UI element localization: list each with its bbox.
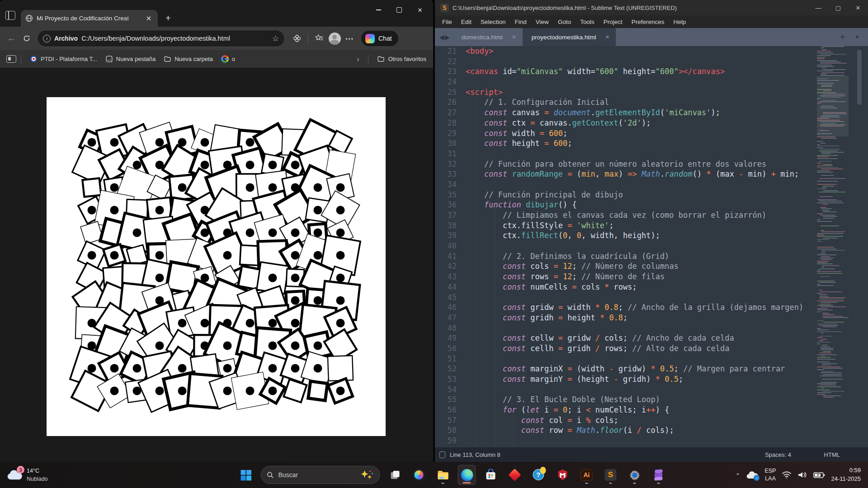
tab-actions-icon[interactable] (5, 11, 15, 20)
battery-icon[interactable] (813, 471, 825, 479)
page-viewport (0, 68, 433, 462)
menu-find[interactable]: Find (510, 17, 531, 27)
tab-list-dropdown-icon[interactable]: ▼ (851, 34, 863, 40)
task-view-button[interactable] (386, 465, 404, 485)
purple-app-button[interactable] (650, 465, 668, 485)
sublime-taskbar-button[interactable]: S (602, 465, 620, 485)
copilot-chat-button[interactable]: Chat (361, 31, 398, 46)
code-line: 32 // Función para obtener un número ale… (435, 159, 837, 169)
profile-avatar[interactable] (327, 31, 342, 46)
vintage-mode-icon[interactable] (439, 451, 445, 458)
bookmark-item-ptdi[interactable]: PTDI - Plataforma T... (26, 53, 101, 65)
menu-preferences[interactable]: Preferences (627, 17, 669, 27)
sublime-minimize-button[interactable]: — (808, 0, 828, 15)
maximize-button[interactable] (389, 1, 410, 19)
menu-project[interactable]: Project (599, 17, 627, 27)
sublime-close-button[interactable]: ✕ (848, 0, 868, 15)
sublime-window-controls: — ▢ ✕ (808, 0, 868, 15)
minimap-viewport (817, 76, 849, 136)
sidebar-panel-icon[interactable] (6, 55, 16, 63)
tab-close-icon[interactable]: ✕ (144, 14, 153, 23)
syntax-mode[interactable]: HTML (824, 451, 840, 458)
bookmark-label: o (232, 56, 235, 62)
tray-overflow-chevron-icon[interactable]: ⌃ (736, 472, 741, 479)
bookmark-label: Nueva pestaña (116, 56, 156, 62)
code-line: 26 // 1. Configuración Inicial (435, 97, 837, 108)
taskbar-search-box[interactable]: Buscar (261, 466, 380, 484)
minimize-button[interactable] (368, 1, 389, 19)
widgets-weather-button[interactable]: 3 14°C Nublado (0, 467, 48, 483)
start-button[interactable] (237, 465, 255, 485)
menu-tools[interactable]: Tools (576, 17, 599, 27)
editor-tab-proyectodomestika[interactable]: proyectodomestika.html✕ (523, 28, 616, 46)
tab-nav-arrows-icon[interactable]: ◀▶ (435, 34, 453, 46)
menu-help[interactable]: Help (669, 17, 691, 27)
edge-taskbar-button[interactable] (458, 465, 476, 485)
edge-browser-window: Mi Proyecto de Codificación Creat ✕ + ✕ … (0, 0, 433, 462)
favorites-hub-icon[interactable] (311, 31, 327, 46)
search-placeholder: Buscar (278, 471, 298, 479)
menu-edit[interactable]: Edit (457, 17, 476, 27)
settings-gear-icon (628, 469, 641, 481)
editor-tab-domestica[interactable]: domestica.html✕ (453, 28, 523, 46)
bookmark-item-nueva-pestana[interactable]: Nueva pestaña (101, 53, 160, 65)
menu-goto[interactable]: Goto (553, 17, 576, 27)
indentation-setting[interactable]: Spaces: 4 (765, 451, 791, 458)
language-indicator[interactable]: ESP LAA (764, 467, 776, 483)
illustrator-button[interactable]: Ai (578, 465, 596, 485)
file-explorer-button[interactable] (434, 465, 452, 485)
tab-close-icon[interactable]: ✕ (605, 34, 609, 40)
bookmarks-overflow-chevron[interactable]: › (352, 55, 363, 63)
code-line: 33 const randomRange = (min, max) => Mat… (435, 169, 837, 179)
copilot-icon (413, 469, 425, 481)
code-line: 23<canvas id="miCanvas" width="600" heig… (435, 66, 837, 77)
close-button[interactable]: ✕ (410, 1, 430, 19)
diamond-app-button[interactable] (506, 465, 524, 485)
code-line: 34 (435, 179, 837, 190)
other-favorites-button[interactable]: Otros favoritos (373, 53, 430, 65)
sublime-maximize-button[interactable]: ▢ (828, 0, 848, 15)
new-tab-button[interactable]: + (164, 14, 173, 23)
copilot-taskbar-button[interactable] (410, 465, 428, 485)
address-bar[interactable]: i Archivo C:/Users/benja/Downloads/proye… (37, 30, 285, 47)
onedrive-tray-icon[interactable]: i (746, 470, 759, 479)
new-file-tab-icon[interactable]: + (836, 31, 849, 43)
browser-window-controls: ✕ (368, 0, 430, 20)
editor-scrollbar-thumb[interactable] (857, 50, 862, 105)
minimap[interactable] (817, 46, 849, 448)
bookmark-label: Nueva carpeta (175, 56, 213, 62)
extensions-icon[interactable] (289, 31, 305, 46)
browser-tab[interactable]: Mi Proyecto de Codificación Creat ✕ (21, 10, 158, 27)
volume-icon[interactable] (797, 471, 807, 479)
microsoft-store-button[interactable] (482, 465, 500, 485)
settings-app-button[interactable] (626, 465, 644, 485)
clock-date[interactable]: 0:59 24-11-2025 (831, 466, 861, 483)
wifi-icon[interactable] (782, 471, 792, 479)
reload-button[interactable] (19, 31, 34, 46)
menu-selection[interactable]: Selection (476, 17, 510, 27)
globe-favicon-icon (25, 14, 33, 22)
purple-app-icon (653, 469, 664, 481)
mcafee-shield-icon (557, 469, 568, 481)
favorite-star-icon[interactable]: ☆ (272, 34, 279, 43)
sublime-titlebar: S C:\Users\benja\Downloads\proyectodomes… (435, 0, 868, 15)
code-line: 24 (435, 77, 837, 87)
get-help-button[interactable]: ? (530, 465, 548, 485)
tab-close-icon[interactable]: ✕ (512, 34, 516, 40)
menu-view[interactable]: View (531, 17, 553, 27)
google-g-icon (221, 55, 229, 63)
tabstrip-right-controls: + ▼ (836, 28, 868, 46)
bookmark-item-nueva-carpeta[interactable]: Nueva carpeta (160, 53, 217, 65)
mcafee-button[interactable] (554, 465, 572, 485)
url-text[interactable]: C:/Users/benja/Downloads/proyectodomesti… (81, 35, 269, 42)
creative-canvas (47, 97, 386, 436)
back-button[interactable]: ← (4, 31, 19, 46)
tray-time: 0:59 (831, 466, 861, 475)
menu-file[interactable]: File (438, 17, 457, 27)
settings-more-icon[interactable]: ⋯ (342, 31, 358, 46)
page-info-icon[interactable]: i (43, 35, 51, 42)
sublime-text-window: S C:\Users\benja\Downloads\proyectodomes… (435, 0, 868, 462)
code-editor[interactable]: 21<body>2223<canvas id="miCanvas" width=… (435, 46, 837, 448)
bookmark-item-google[interactable]: o (217, 53, 239, 65)
edge-icon (461, 469, 473, 481)
